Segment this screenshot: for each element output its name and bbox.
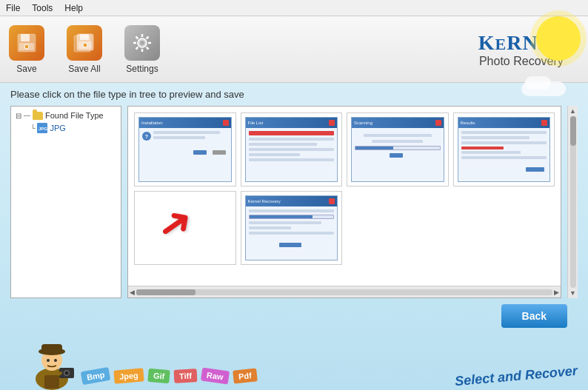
svg-line-16 [147, 47, 149, 49]
tree-child-jpg[interactable]: └ JPG JPG [30, 123, 116, 133]
svg-point-30 [47, 359, 50, 362]
h-scrollbar[interactable]: ◀ ▶ [128, 286, 561, 297]
menu-file[interactable]: File [6, 3, 20, 13]
svg-line-28 [58, 373, 61, 375]
saveall-label: Save All [68, 64, 100, 74]
scroll-down-arrow[interactable]: ▼ [569, 289, 576, 297]
main-panel: ⊟ — Found File Type └ JPG JPG [10, 106, 578, 298]
preview-panel: Installation ? [127, 106, 561, 298]
preview-scroll-area[interactable]: Installation ? [128, 107, 561, 286]
float-tags: Bmp Jpeg Gif Tiff Raw Pdf [81, 369, 257, 383]
footer-deco: Bmp Jpeg Gif Tiff Raw Pdf Select and Rec… [0, 331, 588, 390]
thumb3-content: Scanning [351, 117, 444, 182]
svg-line-17 [147, 36, 149, 38]
tree-child-label: JPG [50, 124, 65, 132]
svg-point-8 [83, 43, 87, 47]
thumb6-content: Kernel Recovery [245, 195, 338, 260]
svg-line-15 [136, 36, 138, 38]
preview-thumb-3[interactable]: Scanning [347, 112, 449, 186]
back-button[interactable]: Back [501, 304, 567, 328]
toolbar: Save Save All [0, 16, 588, 83]
svg-point-31 [54, 359, 57, 362]
scroll-right-arrow[interactable]: ▶ [554, 289, 559, 296]
scroll-up-arrow[interactable]: ▲ [569, 107, 576, 115]
svg-rect-24 [41, 344, 62, 353]
tag-jpeg: Jpeg [114, 368, 144, 383]
svg-text:JPG: JPG [39, 127, 47, 131]
thumb1-content: Installation ? [138, 117, 232, 182]
svg-point-10 [140, 41, 144, 45]
saveall-icon [67, 25, 102, 61]
photographer [15, 331, 89, 390]
content-area: Please click on the file type in tree to… [0, 83, 588, 340]
preview-thumb-2[interactable]: File List [241, 112, 343, 186]
menu-help[interactable]: Help [64, 3, 83, 13]
menu-bar: File Tools Help [0, 0, 588, 16]
preview-thumb-5[interactable]: ➜ [134, 191, 236, 265]
svg-rect-29 [44, 375, 59, 389]
cloud-2 [525, 76, 551, 90]
settings-icon [124, 25, 160, 61]
red-arrow: ➜ [148, 197, 201, 251]
tag-pdf: Pdf [233, 368, 257, 383]
scroll-left-arrow[interactable]: ◀ [130, 289, 135, 296]
save-button[interactable]: Save [9, 25, 44, 74]
sun-decoration [536, 16, 581, 61]
folder-icon [33, 112, 43, 120]
saveall-button[interactable]: Save All [67, 25, 102, 74]
preview-grid: Installation ? [128, 107, 561, 271]
v-scroll-thumb[interactable] [570, 116, 576, 146]
jpg-icon: JPG [37, 123, 47, 133]
v-scroll-track[interactable] [570, 116, 576, 288]
preview-thumb-1[interactable]: Installation ? [134, 112, 236, 186]
svg-rect-1 [21, 34, 30, 41]
svg-line-18 [136, 47, 138, 49]
tag-gif: Gif [147, 369, 170, 383]
bottom-bar: Back [10, 298, 578, 334]
thumb2-content: File List [245, 117, 338, 182]
menu-tools[interactable]: Tools [32, 3, 53, 13]
tree-root: ⊟ — Found File Type [16, 111, 116, 120]
preview-thumb-6[interactable]: Kernel Recovery [241, 191, 343, 265]
svg-rect-6 [80, 34, 89, 40]
tag-bmp: Bmp [81, 367, 111, 385]
v-scrollbar[interactable]: ▲ ▼ [567, 106, 578, 298]
h-scroll-track[interactable] [136, 289, 552, 295]
svg-point-3 [24, 44, 29, 49]
instruction-text: Please click on the file type in tree to… [10, 89, 578, 100]
h-scroll-thumb[interactable] [136, 289, 196, 295]
save-label: Save [16, 64, 36, 74]
save-icon [9, 25, 44, 61]
thumb4-content: Results [458, 117, 551, 182]
tree-panel: ⊟ — Found File Type └ JPG JPG [10, 106, 121, 298]
preview-thumb-4[interactable]: Results [453, 112, 555, 186]
svg-point-27 [65, 371, 69, 375]
select-recover-text: Select and Recover [454, 363, 578, 389]
tag-raw: Raw [201, 368, 230, 385]
settings-label: Settings [126, 64, 158, 74]
tree-root-label: Found File Type [45, 111, 104, 120]
settings-button[interactable]: Settings [124, 25, 160, 74]
tag-tiff: Tiff [174, 369, 198, 383]
